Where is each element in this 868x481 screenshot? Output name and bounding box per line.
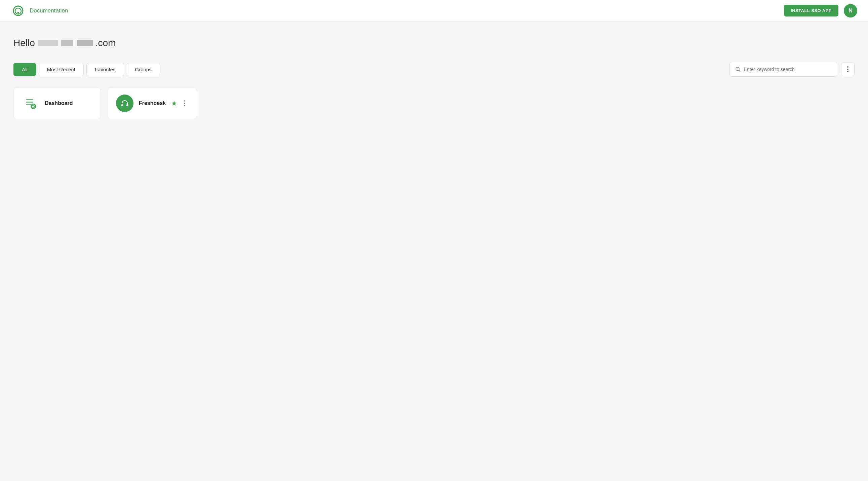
dashboard-icon-wrapper xyxy=(22,94,39,112)
logo-icon xyxy=(11,3,26,18)
star-icon[interactable]: ★ xyxy=(171,99,177,107)
tab-all[interactable]: All xyxy=(13,63,36,76)
svg-line-3 xyxy=(739,70,740,72)
navbar-actions: INSTALL SSO APP N xyxy=(784,4,857,18)
username-blur-2 xyxy=(61,40,73,46)
app-card-freshdesk[interactable]: Freshdesk ★ xyxy=(107,87,197,119)
navbar-title: Documentation xyxy=(30,7,68,14)
more-options-button[interactable] xyxy=(841,63,855,76)
username-blur-3 xyxy=(76,40,93,46)
headphone-svg xyxy=(120,98,129,108)
svg-rect-4 xyxy=(26,99,33,100)
apps-grid: Dashboard Freshdesk ★ xyxy=(13,87,855,119)
username-area xyxy=(38,40,93,46)
svg-rect-8 xyxy=(121,104,123,106)
search-area xyxy=(730,62,855,77)
freshdesk-app-name: Freshdesk xyxy=(139,100,166,106)
dashboard-app-name: Dashboard xyxy=(45,100,92,106)
app-card-dashboard[interactable]: Dashboard xyxy=(13,87,101,119)
username-blur-1 xyxy=(38,40,58,46)
svg-point-1 xyxy=(18,12,19,13)
navbar-logo-area: Documentation xyxy=(11,3,784,18)
install-sso-button[interactable]: INSTALL SSO APP xyxy=(784,5,838,17)
user-avatar[interactable]: N xyxy=(844,4,857,18)
tab-groups[interactable]: Groups xyxy=(127,63,160,76)
freshdesk-icon xyxy=(116,94,133,112)
search-input-wrapper xyxy=(730,62,837,77)
greeting-text: Hello xyxy=(13,38,35,49)
tabs-search-row: All Most Recent Favorites Groups xyxy=(13,62,855,77)
dashboard-icon xyxy=(23,96,38,111)
kebab-icon[interactable] xyxy=(181,99,189,107)
freshdesk-icon-wrapper xyxy=(116,94,133,112)
domain-suffix: .com xyxy=(95,38,116,49)
search-input[interactable] xyxy=(744,67,831,72)
main-content: Hello .com All Most Recent Favorites Gro… xyxy=(0,22,868,130)
svg-rect-9 xyxy=(126,104,128,106)
navbar: Documentation INSTALL SSO APP N xyxy=(0,0,868,22)
svg-rect-6 xyxy=(26,104,31,105)
kebab-vertical-icon xyxy=(847,66,848,72)
hello-section: Hello .com xyxy=(13,38,855,49)
svg-rect-5 xyxy=(26,101,33,102)
tabs-group: All Most Recent Favorites Groups xyxy=(13,63,160,76)
search-icon xyxy=(735,67,741,72)
tab-most-recent[interactable]: Most Recent xyxy=(39,63,84,76)
tab-favorites[interactable]: Favorites xyxy=(86,63,124,76)
freshdesk-card-actions: ★ xyxy=(171,99,189,107)
